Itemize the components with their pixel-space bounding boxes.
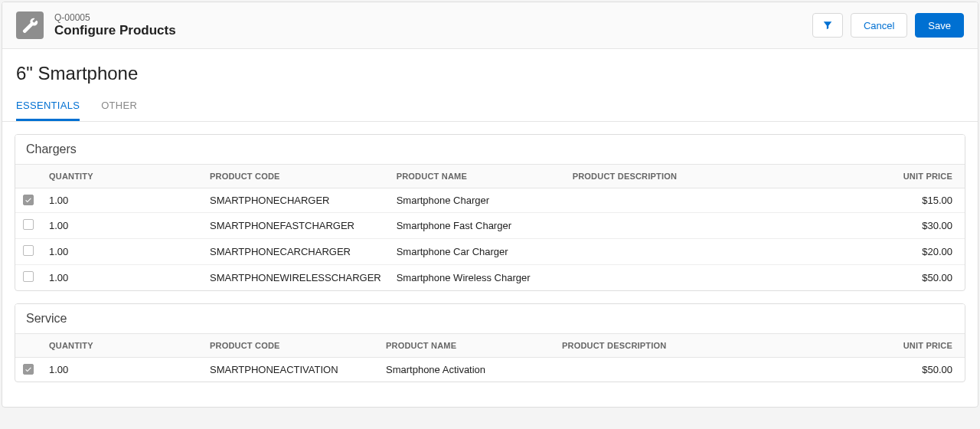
col-product-description: PRODUCT DESCRIPTION [565, 165, 873, 188]
col-checkbox [15, 165, 41, 188]
page-header: Q-00005 Configure Products Cancel Save [2, 2, 978, 49]
save-button[interactable]: Save [915, 13, 964, 38]
header-actions: Cancel Save [812, 13, 964, 38]
cell-name: Smartphone Activation [378, 358, 554, 382]
table-row: 1.00 SMARTPHONEFASTCHARGER Smartphone Fa… [15, 213, 965, 239]
cell-quantity: 1.00 [41, 239, 202, 265]
cell-quantity: 1.00 [41, 213, 202, 239]
product-title: 6" Smartphone [2, 49, 978, 90]
service-table: QUANTITY PRODUCT CODE PRODUCT NAME PRODU… [15, 334, 965, 382]
col-unit-price: UNIT PRICE [873, 334, 965, 358]
tabs: ESSENTIALS OTHER [2, 90, 978, 122]
quote-id: Q-00005 [54, 12, 176, 23]
table-row: 1.00 SMARTPHONECHARGER Smartphone Charge… [15, 188, 965, 213]
filter-button[interactable] [812, 13, 843, 38]
row-checkbox[interactable] [23, 364, 34, 375]
cell-description [565, 239, 873, 265]
header-text: Q-00005 Configure Products [54, 12, 176, 38]
row-checkbox[interactable] [23, 271, 34, 282]
cell-price: $15.00 [873, 188, 965, 213]
col-product-name: PRODUCT NAME [378, 334, 554, 358]
cell-code: SMARTPHONEWIRELESSCHARGER [202, 265, 389, 291]
cell-name: Smartphone Car Charger [389, 239, 565, 265]
cell-description [565, 265, 873, 291]
col-checkbox [15, 334, 41, 358]
cell-quantity: 1.00 [41, 358, 202, 382]
cell-name: Smartphone Fast Charger [389, 213, 565, 239]
col-product-name: PRODUCT NAME [389, 165, 565, 188]
cell-code: SMARTPHONECHARGER [202, 188, 389, 213]
group-chargers: Chargers QUANTITY PRODUCT CODE PRODUCT N… [15, 134, 965, 291]
table-row: 1.00 SMARTPHONEWIRELESSCHARGER Smartphon… [15, 265, 965, 291]
cancel-button[interactable]: Cancel [851, 13, 907, 38]
cell-price: $20.00 [873, 239, 965, 265]
cell-quantity: 1.00 [41, 188, 202, 213]
content-area: Chargers QUANTITY PRODUCT CODE PRODUCT N… [2, 122, 978, 407]
page-container: Q-00005 Configure Products Cancel Save 6… [2, 2, 978, 408]
group-service: Service QUANTITY PRODUCT CODE PRODUCT NA… [15, 303, 965, 382]
cell-price: $50.00 [873, 358, 965, 382]
cell-code: SMARTPHONEFASTCHARGER [202, 213, 389, 239]
col-product-code: PRODUCT CODE [202, 334, 378, 358]
cell-description [565, 188, 873, 213]
wrench-icon [16, 11, 44, 39]
col-unit-price: UNIT PRICE [873, 165, 965, 188]
row-checkbox[interactable] [23, 245, 34, 256]
cell-description [554, 358, 873, 382]
row-checkbox[interactable] [23, 195, 34, 205]
cell-name: Smartphone Wireless Charger [389, 265, 565, 291]
cell-code: SMARTPHONECARCHARGER [202, 239, 389, 265]
col-quantity: QUANTITY [41, 334, 202, 358]
group-title: Service [15, 304, 965, 334]
tab-other[interactable]: OTHER [101, 90, 137, 121]
cell-name: Smartphone Charger [389, 188, 565, 213]
chargers-table: QUANTITY PRODUCT CODE PRODUCT NAME PRODU… [15, 165, 965, 290]
col-product-description: PRODUCT DESCRIPTION [554, 334, 873, 358]
cell-price: $50.00 [873, 265, 965, 291]
col-quantity: QUANTITY [41, 165, 202, 188]
col-product-code: PRODUCT CODE [202, 165, 389, 188]
cell-quantity: 1.00 [41, 265, 202, 291]
cell-price: $30.00 [873, 213, 965, 239]
tab-essentials[interactable]: ESSENTIALS [16, 90, 80, 121]
cell-code: SMARTPHONEACTIVATION [202, 358, 378, 382]
row-checkbox[interactable] [23, 219, 34, 230]
table-row: 1.00 SMARTPHONEACTIVATION Smartphone Act… [15, 358, 965, 382]
cell-description [565, 213, 873, 239]
group-title: Chargers [15, 135, 965, 165]
table-row: 1.00 SMARTPHONECARCHARGER Smartphone Car… [15, 239, 965, 265]
filter-icon [822, 20, 833, 31]
page-title: Configure Products [54, 23, 176, 38]
